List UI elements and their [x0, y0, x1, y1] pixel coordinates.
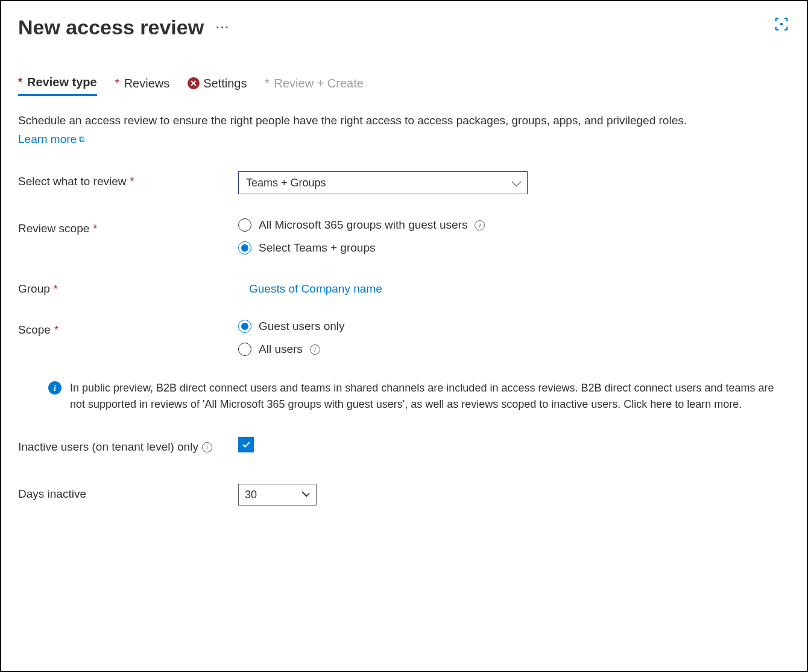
learn-more-label: Learn more [18, 132, 77, 148]
label-text: Days inactive [18, 487, 86, 501]
tab-review-type[interactable]: * Review type [18, 75, 97, 96]
radio-icon [238, 320, 251, 333]
required-asterisk-icon: * [54, 324, 58, 337]
tab-review-create[interactable]: * Review + Create [265, 77, 363, 95]
more-actions-button[interactable]: ··· [216, 21, 230, 34]
row-days-inactive: Days inactive 30 [18, 484, 790, 506]
label-scope: Scope * [18, 320, 238, 337]
label-group: Group * [18, 279, 238, 296]
required-asterisk-icon: * [18, 76, 22, 89]
external-link-icon: ⧉ [79, 134, 84, 145]
select-what-dropdown[interactable]: Teams + Groups [238, 171, 528, 194]
new-access-review-panel: New access review ··· * Review type * Re… [0, 0, 808, 672]
radio-guest-only[interactable]: Guest users only [238, 320, 790, 333]
tab-settings[interactable]: ✕ Settings [188, 77, 247, 95]
row-scope: Scope * Guest users only All users i [18, 320, 790, 356]
label-select-what: Select what to review * [18, 171, 238, 188]
page-title: New access review ··· [18, 16, 230, 39]
radio-label: Guest users only [259, 320, 345, 333]
label-text: Inactive users (on tenant level) only [18, 440, 198, 454]
days-inactive-input[interactable]: 30 [238, 484, 317, 506]
tab-label: Review type [27, 75, 97, 89]
svg-point-0 [780, 23, 783, 26]
label-days-inactive: Days inactive [18, 484, 238, 501]
tab-label: Settings [203, 77, 247, 90]
intro-text: Schedule an access review to ensure the … [18, 113, 790, 129]
info-icon[interactable]: i [310, 344, 320, 355]
radio-all-groups[interactable]: All Microsoft 365 groups with guest user… [238, 218, 790, 232]
label-text: Review scope [18, 222, 89, 235]
info-banner-text: In public preview, B2B direct connect us… [70, 380, 778, 413]
row-review-scope: Review scope * All Microsoft 365 groups … [18, 218, 790, 255]
row-group: Group * Guests of Company name [18, 279, 790, 296]
label-text: Select what to review [18, 175, 127, 188]
info-icon: i [48, 381, 62, 395]
error-icon: ✕ [188, 77, 200, 89]
tabs-bar: * Review type * Reviews ✕ Settings * Rev… [18, 75, 790, 96]
label-text: Group [18, 282, 50, 296]
info-banner: i In public preview, B2B direct connect … [36, 380, 790, 413]
required-asterisk-icon: * [130, 176, 134, 188]
title-text: New access review [18, 16, 204, 39]
radio-select-teams[interactable]: Select Teams + groups [238, 241, 790, 255]
info-icon[interactable]: i [475, 220, 485, 230]
label-text: Scope [18, 323, 51, 337]
focus-mode-icon[interactable] [773, 16, 790, 35]
radio-all-users[interactable]: All users i [238, 343, 790, 356]
row-inactive-users: Inactive users (on tenant level) only i [18, 437, 790, 454]
inactive-users-checkbox[interactable] [238, 437, 254, 452]
required-asterisk-icon: * [93, 223, 97, 235]
tab-label: Review + Create [274, 77, 364, 90]
radio-icon [238, 241, 251, 255]
checkmark-icon [301, 489, 310, 497]
learn-more-link[interactable]: Learn more ⧉ [18, 132, 84, 148]
required-asterisk-icon: * [115, 77, 119, 90]
label-inactive-users: Inactive users (on tenant level) only i [18, 437, 238, 454]
tab-reviews[interactable]: * Reviews [115, 77, 170, 95]
form-area: Select what to review * Teams + Groups R… [18, 171, 790, 506]
radio-label: Select Teams + groups [259, 241, 375, 255]
row-select-what: Select what to review * Teams + Groups [18, 171, 790, 194]
tab-label: Reviews [124, 77, 170, 90]
radio-label: All users [259, 343, 303, 356]
info-icon[interactable]: i [202, 442, 212, 452]
required-asterisk-icon: * [265, 77, 269, 90]
radio-icon [238, 343, 251, 356]
intro-section: Schedule an access review to ensure the … [18, 113, 790, 147]
dropdown-value: Teams + Groups [246, 177, 326, 189]
radio-label: All Microsoft 365 groups with guest user… [259, 218, 467, 232]
group-link[interactable]: Guests of Company name [249, 279, 382, 296]
label-review-scope: Review scope * [18, 218, 238, 235]
header-row: New access review ··· [18, 16, 790, 39]
days-value: 30 [245, 489, 257, 501]
radio-icon [238, 218, 251, 232]
chevron-down-icon [512, 177, 522, 186]
required-asterisk-icon: * [54, 283, 58, 296]
